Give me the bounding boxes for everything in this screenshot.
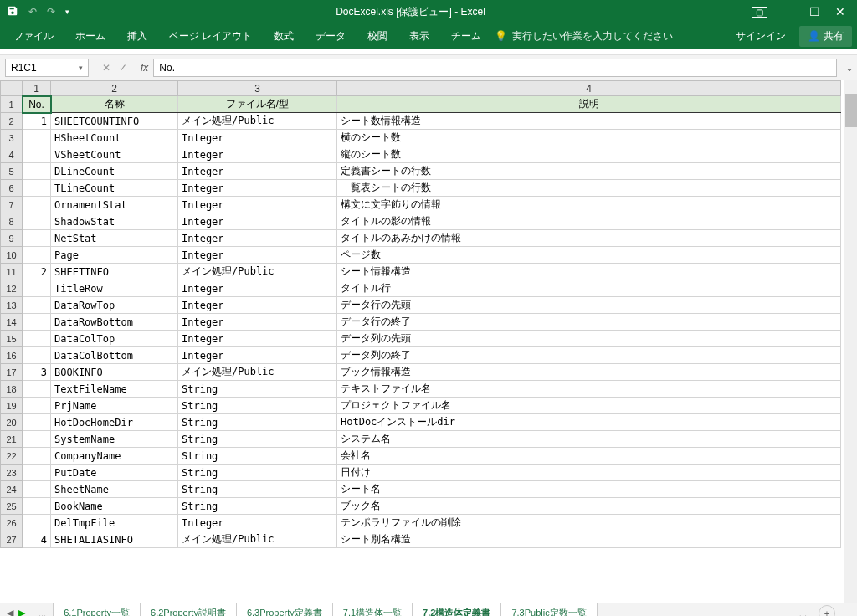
cell[interactable] [23, 297, 51, 314]
header-cell[interactable]: 説明 [337, 96, 841, 113]
cell[interactable]: タイトル行 [337, 280, 841, 297]
cell[interactable]: シート別名構造 [337, 531, 841, 548]
cell[interactable]: システム名 [337, 431, 841, 448]
tab-view[interactable]: 表示 [401, 24, 438, 49]
cell[interactable] [23, 481, 51, 498]
cell[interactable]: HotDocHomeDir [51, 414, 178, 431]
cell[interactable]: TLineCount [51, 180, 178, 197]
tellme[interactable]: 💡 実行したい作業を入力してください [495, 29, 673, 44]
cell[interactable]: TitleRow [51, 280, 178, 297]
tabs-ellipsis-right[interactable]: ... [793, 608, 813, 617]
sheet-tab[interactable]: 6.1Property一覧 [53, 603, 141, 617]
cell[interactable]: Integer [178, 515, 337, 531]
header-cell[interactable]: ファイル名/型 [178, 96, 337, 113]
maximize-icon[interactable]: ☐ [809, 5, 820, 18]
cell[interactable]: Integer [178, 331, 337, 347]
cell[interactable]: String [178, 465, 337, 481]
cell[interactable]: DLineCount [51, 163, 178, 180]
name-box[interactable]: R1C1 ▾ [5, 59, 89, 77]
cell[interactable] [23, 180, 51, 197]
cell[interactable]: Integer [178, 280, 337, 297]
row-header[interactable]: 20 [1, 414, 23, 431]
cell[interactable]: ページ数 [337, 247, 841, 264]
cell[interactable]: String [178, 431, 337, 448]
cell[interactable]: 会社名 [337, 448, 841, 465]
cell[interactable]: String [178, 398, 337, 414]
cell[interactable] [23, 448, 51, 465]
cell[interactable]: DataColTop [51, 331, 178, 347]
tab-formulas[interactable]: 数式 [265, 24, 302, 49]
cell[interactable] [23, 381, 51, 398]
cell[interactable]: BOOKINFO [51, 364, 178, 381]
row-header[interactable]: 5 [1, 163, 23, 180]
row-header[interactable]: 12 [1, 280, 23, 297]
cell[interactable]: SHEETINFO [51, 264, 178, 280]
row-header[interactable]: 21 [1, 431, 23, 448]
cell[interactable]: 3 [23, 364, 51, 381]
tab-file[interactable]: ファイル [5, 24, 62, 49]
cell[interactable]: 縦のシート数 [337, 146, 841, 163]
add-sheet-button[interactable]: + [819, 605, 835, 617]
cell[interactable]: Integer [178, 297, 337, 314]
cell[interactable] [23, 197, 51, 213]
cell[interactable]: Integer [178, 213, 337, 230]
share-button[interactable]: 👤 共有 [799, 26, 852, 47]
cell[interactable] [23, 431, 51, 448]
tab-team[interactable]: チーム [443, 24, 490, 49]
cell[interactable]: ShadowStat [51, 213, 178, 230]
cell[interactable]: Integer [178, 163, 337, 180]
row-header[interactable]: 13 [1, 297, 23, 314]
chevron-down-icon[interactable]: ▾ [79, 64, 83, 72]
cell[interactable] [23, 314, 51, 331]
cell[interactable]: OrnamentStat [51, 197, 178, 213]
cell[interactable] [23, 230, 51, 247]
cell[interactable]: シート名 [337, 481, 841, 498]
cell[interactable] [23, 414, 51, 431]
cell[interactable] [23, 130, 51, 146]
tab-data[interactable]: データ [307, 24, 354, 49]
ribbon-options-icon[interactable]: ▢ [752, 7, 767, 18]
cell[interactable]: String [178, 381, 337, 398]
cell[interactable]: String [178, 414, 337, 431]
row-header[interactable]: 25 [1, 498, 23, 515]
cell[interactable] [23, 498, 51, 515]
col-header[interactable]: 4 [337, 81, 841, 96]
col-header[interactable]: 1 [23, 81, 51, 96]
cell[interactable]: テキストファイル名 [337, 381, 841, 398]
cell[interactable]: ブック情報構造 [337, 364, 841, 381]
row-header[interactable]: 17 [1, 364, 23, 381]
cell[interactable]: VSheetCount [51, 146, 178, 163]
cell[interactable]: PrjName [51, 398, 178, 414]
tab-nav-prev-icon[interactable]: ◀ [7, 608, 13, 616]
cell[interactable]: PutDate [51, 465, 178, 481]
cell[interactable]: 2 [23, 264, 51, 280]
formula-input[interactable]: No. [153, 59, 837, 77]
fx-icon[interactable]: fx [136, 62, 153, 74]
row-header[interactable]: 23 [1, 465, 23, 481]
cell[interactable]: メイン処理/Public [178, 531, 337, 548]
cell[interactable]: NetStat [51, 230, 178, 247]
cell[interactable] [23, 213, 51, 230]
row-header[interactable]: 26 [1, 515, 23, 531]
cell[interactable]: DataRowTop [51, 297, 178, 314]
cell[interactable]: Integer [178, 347, 337, 364]
row-header[interactable]: 27 [1, 531, 23, 548]
cell[interactable] [23, 146, 51, 163]
cell[interactable]: 4 [23, 531, 51, 548]
cell[interactable]: TextFileName [51, 381, 178, 398]
cell[interactable]: Integer [178, 247, 337, 264]
undo-icon[interactable]: ↶ [28, 6, 37, 18]
row-header[interactable]: 3 [1, 130, 23, 146]
row-header[interactable]: 8 [1, 213, 23, 230]
col-header[interactable]: 2 [51, 81, 178, 96]
vertical-scrollbar[interactable] [844, 80, 857, 603]
cell[interactable] [23, 331, 51, 347]
minimize-icon[interactable]: — [783, 5, 794, 18]
tabs-ellipsis-left[interactable]: ... [32, 608, 53, 617]
close-icon[interactable]: ✕ [835, 5, 845, 18]
select-all-corner[interactable] [1, 81, 23, 96]
cell[interactable]: タイトルのあみかけの情報 [337, 230, 841, 247]
sheet-tab[interactable]: 7.1構造体一覧 [332, 603, 413, 617]
cell[interactable]: Integer [178, 197, 337, 213]
col-header[interactable]: 3 [178, 81, 337, 96]
